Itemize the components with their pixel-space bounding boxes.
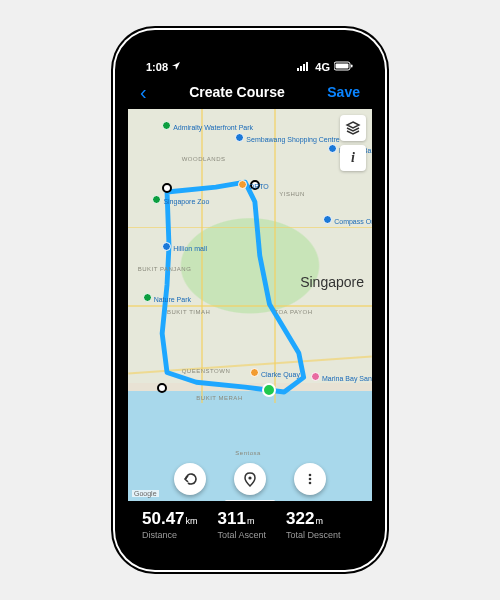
svg-rect-1	[300, 66, 302, 71]
poi-label: Marina Bay Sands Singapore	[322, 375, 372, 382]
map-road	[201, 109, 203, 403]
network-label: 4G	[315, 61, 330, 73]
map-area-label: Sentosa	[235, 450, 261, 456]
poi-label: Compass One	[334, 218, 372, 225]
blue-pin-icon	[162, 242, 171, 251]
svg-point-10	[309, 482, 312, 485]
map-city-label: Singapore	[300, 274, 364, 290]
stat-label: Total Ascent	[218, 530, 267, 540]
stat-value: 50.47	[142, 509, 185, 528]
status-time: 1:08	[146, 61, 168, 73]
svg-point-7	[248, 476, 251, 479]
poi-label: Nature Park	[154, 296, 191, 303]
map-poi[interactable]: Hillion mall	[162, 242, 207, 252]
screen: 1:08 4G	[128, 43, 372, 557]
page-title: Create Course	[189, 84, 285, 100]
map-area-label: YISHUN	[279, 191, 305, 197]
layers-button[interactable]	[340, 115, 366, 141]
phone-frame: 1:08 4G	[115, 30, 385, 570]
stat-unit: km	[186, 516, 198, 526]
svg-rect-3	[306, 62, 308, 71]
svg-point-8	[309, 474, 312, 477]
poi-label: Clarke Quay	[261, 371, 300, 378]
stat-unit: m	[247, 516, 255, 526]
map-area-label: BUKIT MERAH	[196, 395, 242, 401]
map-view[interactable]: Singapore Admiralty Waterfront ParkSemba…	[128, 109, 372, 501]
add-pin-button[interactable]	[234, 463, 266, 495]
map-poi[interactable]: Marina Bay Sands Singapore	[311, 372, 372, 382]
stat-value: 311	[218, 509, 246, 528]
poi-label: Singapore Zoo	[163, 198, 209, 205]
map-poi[interactable]: Singapore Zoo	[152, 195, 209, 205]
map-poi[interactable]: Nature Park	[143, 293, 191, 303]
map-road	[128, 305, 372, 307]
blue-pin-icon	[323, 215, 332, 224]
stat-value: 322	[286, 509, 314, 528]
map-road	[128, 227, 372, 229]
poi-label: Sembawang Shopping Centre	[246, 136, 339, 143]
map-poi[interactable]: ORTO	[238, 180, 269, 190]
map-area-label: BUKIT TIMAH	[167, 309, 210, 315]
blue-pin-icon	[235, 133, 244, 142]
green-pin-icon	[152, 195, 161, 204]
stat-unit: m	[315, 516, 323, 526]
map-poi[interactable]: Clarke Quay	[250, 368, 300, 378]
battery-icon	[334, 61, 354, 73]
poi-label: Hillion mall	[173, 245, 207, 252]
blue-pin-icon	[328, 144, 337, 153]
map-poi[interactable]: Sembawang Shopping Centre	[235, 133, 339, 143]
map-controls-right: i	[340, 115, 366, 171]
svg-rect-6	[351, 65, 353, 68]
stat-ascent: 311m Total Ascent	[218, 509, 267, 557]
svg-rect-2	[303, 64, 305, 71]
map-road	[274, 109, 276, 403]
save-button[interactable]: Save	[327, 84, 360, 100]
poi-label: Admiralty Waterfront Park	[173, 124, 253, 131]
svg-rect-0	[297, 68, 299, 71]
map-poi[interactable]: Compass One	[323, 215, 372, 225]
stat-label: Distance	[142, 530, 198, 540]
svg-point-9	[309, 478, 312, 481]
map-area-label: TOA PAYOH	[274, 309, 312, 315]
pink-pin-icon	[311, 372, 320, 381]
map-poi[interactable]: Admiralty Waterfront Park	[162, 121, 253, 131]
map-area-label: WOODLANDS	[182, 156, 226, 162]
back-button[interactable]: ‹	[140, 81, 147, 104]
stats-bar: 50.47km Distance 311m Total Ascent 322m …	[128, 501, 372, 557]
stat-descent: 322m Total Descent	[286, 509, 341, 557]
location-icon	[171, 61, 181, 73]
orange-pin-icon	[250, 368, 259, 377]
undo-button[interactable]	[174, 463, 206, 495]
orange-pin-icon	[238, 180, 247, 189]
stat-distance: 50.47km Distance	[142, 509, 198, 557]
svg-rect-5	[336, 64, 349, 69]
green-pin-icon	[162, 121, 171, 130]
device-notch	[190, 41, 310, 65]
poi-label: ORTO	[249, 183, 269, 190]
home-indicator[interactable]	[225, 500, 275, 501]
map-area-label: BUKIT PANJANG	[138, 266, 192, 272]
info-button[interactable]: i	[340, 145, 366, 171]
more-button[interactable]	[294, 463, 326, 495]
map-controls-bottom	[174, 463, 326, 495]
green-pin-icon	[143, 293, 152, 302]
app-header: ‹ Create Course Save	[128, 75, 372, 109]
map-area-label: QUEENSTOWN	[182, 368, 231, 374]
map-attribution: Google	[132, 490, 159, 497]
stat-label: Total Descent	[286, 530, 341, 540]
